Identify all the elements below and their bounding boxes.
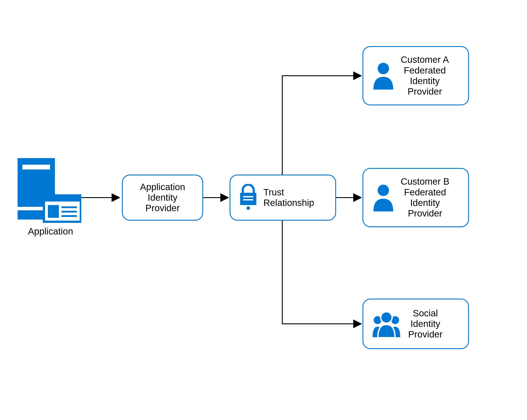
svg-rect-1: [22, 165, 50, 170]
app-idp-label-2: Identity: [140, 192, 185, 203]
cust-a-label-3: Identity: [401, 76, 449, 86]
cust-b-label-1: Customer B: [401, 176, 450, 187]
cust-a-label-2: Federated: [401, 65, 449, 76]
svg-point-14: [378, 185, 389, 196]
application-icon: [18, 158, 81, 224]
social-label-3: Provider: [408, 329, 442, 340]
application-label-text: Application: [28, 226, 73, 237]
svg-point-17: [381, 312, 392, 323]
cust-b-label-4: Provider: [401, 208, 450, 219]
app-idp-label-3: Provider: [140, 203, 185, 213]
edge-trust-to-social: [282, 221, 360, 324]
social-label-1: Social: [408, 308, 442, 319]
svg-point-12: [246, 206, 250, 210]
cust-a-label-4: Provider: [401, 86, 449, 97]
people-group-icon: [370, 309, 403, 339]
social-label-2: Identity: [408, 319, 442, 329]
edge-trust-to-customer-a: [282, 76, 360, 174]
trust-label-1: Trust: [264, 187, 314, 198]
node-trust-relationship: Trust Relationship: [230, 174, 336, 221]
application-label: Application: [22, 226, 79, 237]
svg-rect-9: [240, 193, 256, 205]
node-app-identity-provider: Application Identity Provider: [122, 174, 203, 221]
trust-label-2: Relationship: [264, 198, 314, 208]
cust-b-label-2: Federated: [401, 187, 450, 198]
person-icon: [371, 61, 395, 90]
cust-b-label-3: Identity: [401, 198, 450, 208]
svg-rect-4: [44, 195, 81, 202]
diagram-canvas: Application Application Identity Provide…: [0, 0, 527, 420]
node-customer-b: Customer B Federated Identity Provider: [362, 168, 469, 227]
app-idp-label-1: Application: [140, 182, 185, 192]
svg-rect-5: [48, 205, 59, 218]
node-social-idp: Social Identity Provider: [362, 299, 469, 349]
lock-icon: [238, 184, 258, 211]
node-customer-a: Customer A Federated Identity Provider: [362, 46, 469, 105]
cust-a-label-1: Customer A: [401, 54, 449, 65]
svg-point-13: [378, 63, 389, 74]
person-icon: [371, 183, 395, 212]
